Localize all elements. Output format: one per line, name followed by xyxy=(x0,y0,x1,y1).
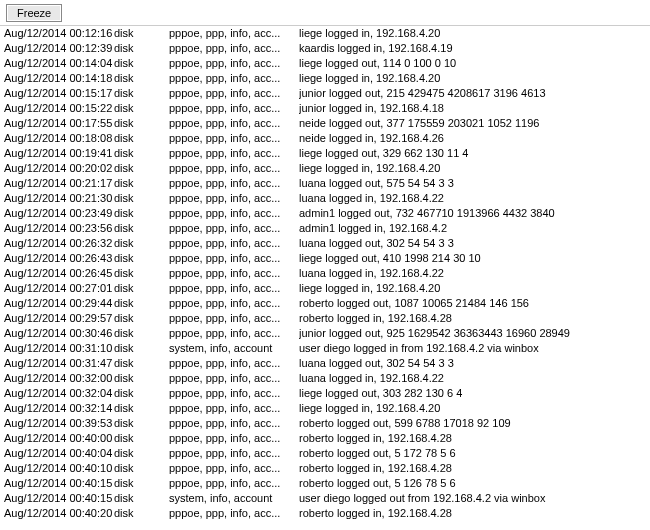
log-buffer: disk xyxy=(114,266,169,281)
log-row[interactable]: Aug/12/2014 00:21:17diskpppoe, ppp, info… xyxy=(0,176,650,191)
log-topics: pppoe, ppp, info, acc... xyxy=(169,206,299,221)
log-message: luana logged in, 192.168.4.22 xyxy=(299,266,650,281)
log-buffer: disk xyxy=(114,416,169,431)
log-row[interactable]: Aug/12/2014 00:40:00diskpppoe, ppp, info… xyxy=(0,431,650,446)
log-buffer: disk xyxy=(114,131,169,146)
log-time: Aug/12/2014 00:30:46 xyxy=(4,326,114,341)
log-time: Aug/12/2014 00:32:00 xyxy=(4,371,114,386)
log-row[interactable]: Aug/12/2014 00:14:18diskpppoe, ppp, info… xyxy=(0,71,650,86)
log-row[interactable]: Aug/12/2014 00:19:41diskpppoe, ppp, info… xyxy=(0,146,650,161)
log-time: Aug/12/2014 00:26:43 xyxy=(4,251,114,266)
log-message: liege logged in, 192.168.4.20 xyxy=(299,401,650,416)
log-topics: pppoe, ppp, info, acc... xyxy=(169,86,299,101)
log-row[interactable]: Aug/12/2014 00:40:15diskpppoe, ppp, info… xyxy=(0,476,650,491)
log-message: luana logged in, 192.168.4.22 xyxy=(299,371,650,386)
log-time: Aug/12/2014 00:17:55 xyxy=(4,116,114,131)
log-message: neide logged in, 192.168.4.26 xyxy=(299,131,650,146)
log-row[interactable]: Aug/12/2014 00:20:02diskpppoe, ppp, info… xyxy=(0,161,650,176)
log-row[interactable]: Aug/12/2014 00:15:17diskpppoe, ppp, info… xyxy=(0,86,650,101)
log-topics: pppoe, ppp, info, acc... xyxy=(169,56,299,71)
log-row[interactable]: Aug/12/2014 00:29:57diskpppoe, ppp, info… xyxy=(0,311,650,326)
log-row[interactable]: Aug/12/2014 00:32:00diskpppoe, ppp, info… xyxy=(0,371,650,386)
log-topics: pppoe, ppp, info, acc... xyxy=(169,281,299,296)
log-buffer: disk xyxy=(114,401,169,416)
log-message: liege logged out, 114 0 100 0 10 xyxy=(299,56,650,71)
log-buffer: disk xyxy=(114,161,169,176)
log-topics: pppoe, ppp, info, acc... xyxy=(169,131,299,146)
log-row[interactable]: Aug/12/2014 00:26:45diskpppoe, ppp, info… xyxy=(0,266,650,281)
log-topics: pppoe, ppp, info, acc... xyxy=(169,431,299,446)
log-time: Aug/12/2014 00:18:08 xyxy=(4,131,114,146)
log-time: Aug/12/2014 00:23:56 xyxy=(4,221,114,236)
log-message: luana logged out, 302 54 54 3 3 xyxy=(299,356,650,371)
log-row[interactable]: Aug/12/2014 00:30:46diskpppoe, ppp, info… xyxy=(0,326,650,341)
log-message: roberto logged in, 192.168.4.28 xyxy=(299,461,650,476)
log-row[interactable]: Aug/12/2014 00:18:08diskpppoe, ppp, info… xyxy=(0,131,650,146)
log-row[interactable]: Aug/12/2014 00:26:43diskpppoe, ppp, info… xyxy=(0,251,650,266)
log-time: Aug/12/2014 00:12:16 xyxy=(4,26,114,41)
log-row[interactable]: Aug/12/2014 00:12:16diskpppoe, ppp, info… xyxy=(0,26,650,41)
log-row[interactable]: Aug/12/2014 00:31:47diskpppoe, ppp, info… xyxy=(0,356,650,371)
log-row[interactable]: Aug/12/2014 00:23:49diskpppoe, ppp, info… xyxy=(0,206,650,221)
log-time: Aug/12/2014 00:31:10 xyxy=(4,341,114,356)
log-buffer: disk xyxy=(114,206,169,221)
log-row[interactable]: Aug/12/2014 00:21:30diskpppoe, ppp, info… xyxy=(0,191,650,206)
log-topics: pppoe, ppp, info, acc... xyxy=(169,461,299,476)
log-message: kaardis logged in, 192.168.4.19 xyxy=(299,41,650,56)
log-message: admin1 logged in, 192.168.4.2 xyxy=(299,221,650,236)
log-buffer: disk xyxy=(114,296,169,311)
log-row[interactable]: Aug/12/2014 00:31:10disksystem, info, ac… xyxy=(0,341,650,356)
log-buffer: disk xyxy=(114,431,169,446)
log-row[interactable]: Aug/12/2014 00:32:04diskpppoe, ppp, info… xyxy=(0,386,650,401)
log-time: Aug/12/2014 00:40:20 xyxy=(4,506,114,521)
log-buffer: disk xyxy=(114,476,169,491)
log-buffer: disk xyxy=(114,311,169,326)
log-row[interactable]: Aug/12/2014 00:12:39diskpppoe, ppp, info… xyxy=(0,41,650,56)
log-topics: pppoe, ppp, info, acc... xyxy=(169,326,299,341)
log-topics: pppoe, ppp, info, acc... xyxy=(169,221,299,236)
log-message: roberto logged in, 192.168.4.28 xyxy=(299,506,650,521)
log-list[interactable]: Aug/12/2014 00:12:16diskpppoe, ppp, info… xyxy=(0,25,650,530)
log-buffer: disk xyxy=(114,461,169,476)
log-time: Aug/12/2014 00:14:04 xyxy=(4,56,114,71)
log-row[interactable]: Aug/12/2014 00:23:56diskpppoe, ppp, info… xyxy=(0,221,650,236)
log-message: junior logged out, 215 429475 4208617 31… xyxy=(299,86,650,101)
log-time: Aug/12/2014 00:32:14 xyxy=(4,401,114,416)
log-message: roberto logged out, 5 172 78 5 6 xyxy=(299,446,650,461)
log-buffer: disk xyxy=(114,281,169,296)
log-row[interactable]: Aug/12/2014 00:17:55diskpppoe, ppp, info… xyxy=(0,116,650,131)
log-message: liege logged out, 410 1998 214 30 10 xyxy=(299,251,650,266)
log-row[interactable]: Aug/12/2014 00:27:01diskpppoe, ppp, info… xyxy=(0,281,650,296)
log-time: Aug/12/2014 00:27:01 xyxy=(4,281,114,296)
log-topics: pppoe, ppp, info, acc... xyxy=(169,176,299,191)
log-row[interactable]: Aug/12/2014 00:40:04diskpppoe, ppp, info… xyxy=(0,446,650,461)
log-topics: pppoe, ppp, info, acc... xyxy=(169,161,299,176)
log-buffer: disk xyxy=(114,236,169,251)
log-buffer: disk xyxy=(114,191,169,206)
log-row[interactable]: Aug/12/2014 00:39:53diskpppoe, ppp, info… xyxy=(0,416,650,431)
log-topics: pppoe, ppp, info, acc... xyxy=(169,191,299,206)
log-message: liege logged in, 192.168.4.20 xyxy=(299,71,650,86)
log-topics: pppoe, ppp, info, acc... xyxy=(169,476,299,491)
log-topics: system, info, account xyxy=(169,491,299,506)
log-row[interactable]: Aug/12/2014 00:40:10diskpppoe, ppp, info… xyxy=(0,461,650,476)
log-topics: pppoe, ppp, info, acc... xyxy=(169,266,299,281)
log-buffer: disk xyxy=(114,371,169,386)
log-message: junior logged out, 925 1629542 36363443 … xyxy=(299,326,650,341)
log-topics: pppoe, ppp, info, acc... xyxy=(169,116,299,131)
log-message: liege logged out, 303 282 130 6 4 xyxy=(299,386,650,401)
log-time: Aug/12/2014 00:26:45 xyxy=(4,266,114,281)
freeze-button[interactable]: Freeze xyxy=(6,4,62,22)
log-time: Aug/12/2014 00:15:17 xyxy=(4,86,114,101)
log-row[interactable]: Aug/12/2014 00:15:22diskpppoe, ppp, info… xyxy=(0,101,650,116)
log-buffer: disk xyxy=(114,116,169,131)
log-row[interactable]: Aug/12/2014 00:14:04diskpppoe, ppp, info… xyxy=(0,56,650,71)
log-row[interactable]: Aug/12/2014 00:40:20diskpppoe, ppp, info… xyxy=(0,506,650,521)
log-row[interactable]: Aug/12/2014 00:32:14diskpppoe, ppp, info… xyxy=(0,401,650,416)
log-time: Aug/12/2014 00:39:53 xyxy=(4,416,114,431)
log-row[interactable]: Aug/12/2014 00:26:32diskpppoe, ppp, info… xyxy=(0,236,650,251)
log-row[interactable]: Aug/12/2014 00:29:44diskpppoe, ppp, info… xyxy=(0,296,650,311)
log-row[interactable]: Aug/12/2014 00:40:15disksystem, info, ac… xyxy=(0,491,650,506)
log-buffer: disk xyxy=(114,101,169,116)
log-topics: pppoe, ppp, info, acc... xyxy=(169,251,299,266)
